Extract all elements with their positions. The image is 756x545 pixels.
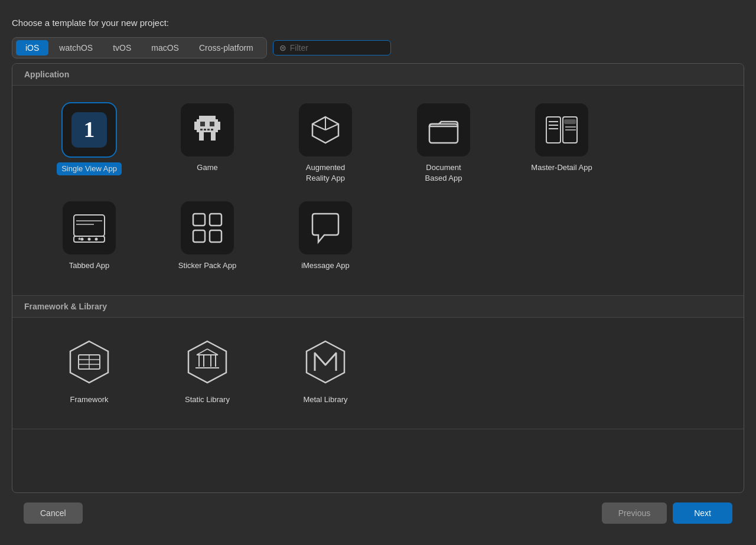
metal-library-icon-wrapper [299, 335, 352, 389]
template-item-master-detail-app[interactable]: Master-Detail App [503, 97, 621, 190]
svg-line-17 [312, 124, 325, 130]
template-item-game[interactable]: Game [148, 97, 266, 190]
imessage-app-icon-wrapper [299, 201, 352, 254]
ar-app-label: Augmented Reality App [306, 162, 346, 184]
sticker-pack-app-icon-wrapper [181, 201, 234, 254]
bottom-bar: Cancel Previous Next [12, 493, 744, 533]
imessage-app-icon [307, 209, 344, 247]
svg-rect-9 [210, 122, 214, 126]
master-detail-app-icon-wrapper [535, 103, 588, 156]
svg-rect-2 [199, 116, 216, 119]
imessage-app-label: iMessage App [301, 260, 350, 271]
nav-button-group: Previous Next [602, 502, 732, 524]
svg-rect-36 [210, 214, 221, 226]
svg-rect-35 [193, 214, 205, 226]
game-label: Game [197, 162, 217, 173]
platform-tab-bar: iOS watchOS tvOS macOS Cross-platform [12, 37, 267, 58]
new-project-dialog: Choose a template for your new project: … [12, 18, 744, 533]
template-item-ar-app[interactable]: Augmented Reality App [266, 97, 384, 190]
tabbed-app-icon: ★ [70, 209, 108, 247]
tab-tvos[interactable]: tvOS [103, 40, 141, 56]
svg-rect-12 [207, 129, 210, 130]
svg-rect-7 [211, 132, 216, 141]
template-item-single-view-app[interactable]: 1 Single View App [30, 97, 148, 190]
tabbed-app-label: Tabbed App [69, 260, 110, 271]
tab-macos[interactable]: macOS [142, 40, 188, 56]
metal-library-label: Metal Library [303, 394, 347, 405]
svg-rect-4 [194, 122, 197, 130]
tab-watchos[interactable]: watchOS [50, 40, 102, 56]
tab-ios[interactable]: iOS [16, 40, 48, 56]
svg-rect-19 [546, 117, 561, 143]
single-view-app-icon-wrapper: 1 [63, 103, 116, 156]
document-based-app-icon-wrapper [417, 103, 470, 156]
svg-rect-11 [204, 129, 206, 130]
sticker-pack-app-icon [188, 209, 226, 247]
framework-label: Framework [70, 394, 108, 405]
framework-icon-wrapper [63, 335, 116, 389]
application-section: Application 1 Single View App [12, 64, 744, 296]
filter-input[interactable] [290, 43, 373, 53]
template-item-framework[interactable]: Framework [30, 329, 148, 411]
template-item-sticker-pack-app[interactable]: Sticker Pack App [148, 195, 266, 277]
cancel-button[interactable]: Cancel [24, 502, 83, 524]
tabbed-app-icon-wrapper: ★ [63, 201, 116, 254]
document-based-app-icon [425, 111, 462, 149]
previous-button[interactable]: Previous [602, 502, 667, 524]
application-grid: 1 Single View App [12, 86, 744, 295]
svg-rect-37 [193, 230, 205, 242]
framework-library-section: Framework & Library Framew [12, 296, 744, 429]
svg-rect-8 [200, 122, 205, 126]
svg-line-16 [325, 124, 338, 130]
sticker-pack-app-label: Sticker Pack App [178, 260, 236, 271]
framework-library-grid: Framework [12, 318, 744, 429]
game-icon [188, 111, 226, 149]
dialog-title: Choose a template for your new project: [12, 18, 744, 28]
application-section-header: Application [12, 64, 744, 86]
svg-text:★: ★ [77, 236, 82, 242]
template-content-area: Application 1 Single View App [12, 63, 744, 493]
framework-library-section-header: Framework & Library [12, 296, 744, 318]
svg-line-50 [197, 349, 207, 355]
svg-point-33 [95, 238, 98, 241]
ar-app-icon-wrapper [299, 103, 352, 156]
master-detail-app-label: Master-Detail App [531, 162, 592, 173]
tab-crossplatform[interactable]: Cross-platform [190, 40, 263, 56]
svg-line-51 [207, 349, 218, 355]
static-library-label: Static Library [185, 394, 230, 405]
svg-rect-27 [74, 215, 105, 236]
filter-icon: ⊜ [279, 43, 286, 53]
static-library-icon [184, 338, 231, 386]
svg-text:1: 1 [84, 117, 95, 142]
svg-point-32 [88, 238, 91, 241]
metal-library-icon [302, 338, 349, 386]
filter-box: ⊜ [273, 40, 391, 56]
static-library-icon-wrapper [181, 335, 234, 389]
single-view-app-icon: 1 [71, 112, 107, 148]
template-item-imessage-app[interactable]: iMessage App [266, 195, 384, 277]
svg-rect-13 [211, 129, 213, 130]
ar-app-icon [307, 111, 344, 149]
next-button[interactable]: Next [673, 502, 732, 524]
template-item-static-library[interactable]: Static Library [148, 329, 266, 411]
template-item-document-based-app[interactable]: Document Based App [384, 97, 503, 190]
single-view-app-label: Single View App [57, 162, 122, 175]
template-item-metal-library[interactable]: Metal Library [266, 329, 384, 411]
document-based-app-label: Document Based App [425, 162, 462, 184]
svg-rect-10 [200, 129, 203, 130]
svg-rect-5 [218, 122, 220, 130]
game-icon-wrapper [181, 103, 234, 156]
master-detail-app-icon [543, 111, 581, 149]
svg-rect-38 [210, 230, 221, 242]
svg-marker-53 [307, 341, 344, 383]
svg-marker-44 [188, 341, 226, 383]
svg-rect-24 [564, 119, 576, 124]
template-item-tabbed-app[interactable]: ★ Tabbed App [30, 195, 148, 277]
framework-icon [66, 338, 113, 386]
svg-rect-6 [199, 132, 204, 141]
